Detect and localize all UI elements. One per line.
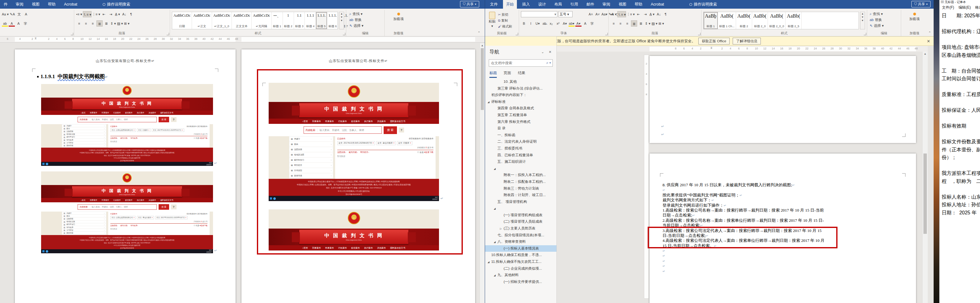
- sort-裁判日期↓[interactable]: 裁判日期↓: [121, 137, 128, 139]
- multilevel-list-icon[interactable]: ⋮≡ ▾: [92, 11, 100, 17]
- nav-item[interactable]: 第五章 工程量清单: [485, 112, 557, 119]
- doc-line[interactable]: 8. 供应商 2017 年 10 月 15 日以来，未被裁判文书网载入行贿判决的…: [662, 182, 910, 187]
- doc-line[interactable]: ↵: [662, 259, 910, 263]
- show-marks-icon[interactable]: ¶: [662, 11, 669, 17]
- share-button[interactable]: ⛉ 共享 ▾: [912, 1, 931, 7]
- tab-件[interactable]: 件: [1, 0, 11, 9]
- tab-插入[interactable]: 插入: [519, 0, 533, 9]
- tab-邮件[interactable]: 邮件: [583, 0, 597, 9]
- styles-gallery-arrows[interactable]: ▲▼▼: [339, 12, 344, 29]
- style-标题 2_0_0[interactable]: AaBb(标题 2_0_0: [768, 12, 786, 29]
- site-nav-⌂首页[interactable]: ⌂首页: [302, 246, 308, 249]
- site-filter-法院层级[interactable]: ▤法院层级›: [62, 130, 107, 133]
- doc-line[interactable]: ↵: [662, 263, 910, 268]
- site-nav-执行案件[interactable]: 执行案件: [137, 199, 144, 202]
- expand-icon[interactable]: ▷: [500, 225, 504, 232]
- right-page-1[interactable]: ↵ ↵: [649, 56, 916, 143]
- asian-layout-icon[interactable]: A̲ ▾: [649, 11, 655, 17]
- remove-tag-icon[interactable]: ×: [186, 217, 186, 218]
- left-scroll-thumb[interactable]: [481, 48, 484, 110]
- style-↵无间隔[interactable]: AaBbCcDc↵无间隔: [251, 12, 271, 29]
- align-left-icon[interactable]: ≡: [76, 21, 82, 27]
- site-nav-赔偿案件[interactable]: 赔偿案件: [351, 246, 360, 249]
- filter-tag[interactable]: 全文: 单位行贿罪×: [137, 216, 154, 219]
- site-nav-执行案件[interactable]: 执行案件: [364, 246, 373, 249]
- site-filter-地域及法院[interactable]: ▤地域及法院›: [290, 152, 333, 157]
- site-filter-文书类型[interactable]: ▤文书类型›: [62, 229, 107, 232]
- tab-操作说明搜索[interactable]: 操作说明搜索: [686, 0, 720, 9]
- right-vertical-scrollbar[interactable]: ▲: [922, 52, 928, 303]
- doc-line[interactable]: ↵: [662, 253, 910, 258]
- site-nav-▦民族语言文书[interactable]: ▦民族语言文书: [161, 199, 173, 202]
- style-标题 1[interactable]: AaBḇ标题 1: [704, 12, 718, 29]
- site-filter-案例等级[interactable]: ▤案例等级›: [62, 232, 107, 235]
- nav-item[interactable]: 七、拟分包项目情况表(本项...: [485, 232, 557, 239]
- highlight-icon[interactable]: ab▾: [568, 21, 575, 27]
- right-horizontal-ruler[interactable]: 8642246810121416182022242628303234363840…: [557, 46, 928, 52]
- site-nav-民事案件[interactable]: 民事案件: [325, 120, 334, 123]
- nav-item[interactable]: 三、授权委托书: [485, 145, 557, 152]
- shading-icon[interactable]: ▨ ▾: [117, 21, 123, 27]
- tab-审阅[interactable]: 审阅: [13, 0, 27, 9]
- filter-tag[interactable]: 全文: 行贿罪×: [137, 128, 151, 132]
- close-warning-icon[interactable]: ✕: [927, 39, 930, 44]
- style-↵正文_1_0[interactable]: AaBbCcDc↵正文_1_0: [212, 12, 232, 29]
- style-标题 2[interactable]: 1标题 2: [283, 12, 294, 29]
- batch-download-link[interactable]: ♥批量下载: [200, 137, 207, 139]
- justify-icon[interactable]: ≣: [631, 21, 637, 27]
- expand-icon[interactable]: ◢: [487, 99, 491, 105]
- right-scroll-thumb[interactable]: [923, 154, 927, 234]
- nav-item[interactable]: 初步评审的内容如下：: [485, 92, 557, 98]
- nav-item[interactable]: (一) 投标人基本情况表: [485, 245, 557, 252]
- site-nav-赔偿案件[interactable]: 赔偿案件: [351, 120, 360, 123]
- style-标题 4[interactable]: 1.1.1标题 4: [305, 12, 316, 29]
- site-help-button[interactable]: ?: [171, 117, 177, 122]
- highlight-color-icon[interactable]: ab: [2, 21, 8, 27]
- tab-文件[interactable]: 文件: [487, 0, 501, 9]
- browser-icon[interactable]: [46, 163, 48, 165]
- notepad-text-area[interactable]: 日 期: 2025年 招标代理机构：辽宁 项目地点: 盘锦市卷 区泰山路卷烟物流…: [940, 11, 980, 303]
- nav-tab-结果[interactable]: 结果: [518, 70, 525, 77]
- save-clear-links[interactable]: 保存检索条件 清空检索条件: [186, 125, 207, 128]
- clear-formatting-icon[interactable]: ✎A: [9, 11, 16, 17]
- tab-视图[interactable]: 视图: [29, 0, 43, 9]
- site-search-box[interactable]: 高级检索·输入案由、关键词、法院、当事人、律师: [304, 126, 382, 134]
- nav-item[interactable]: 附表四：计划开、竣工日...: [485, 192, 557, 198]
- font-color-icon[interactable]: A: [9, 21, 15, 27]
- left-page-1[interactable]: 山东弘信安装有限公司-投标文件↵ 1.1.9.1 中国裁判文书网截图↵ ✶中 国…: [15, 49, 235, 303]
- doc-line[interactable]: ↵: [662, 248, 910, 253]
- addins-button[interactable]: 加载项: [385, 11, 412, 21]
- tab-帮助[interactable]: 帮助: [45, 0, 59, 9]
- site-search-box[interactable]: 高级检索·输入案由、关键词、法院、当事人、律师: [78, 117, 157, 122]
- filter-tag[interactable]: 全文: 行贿罪×: [397, 141, 412, 145]
- notepad-menu-格式(O)[interactable]: 格式(O): [975, 5, 980, 11]
- font-dialog-launcher[interactable]: [71, 33, 73, 35]
- nav-item[interactable]: 附表一：拟投入本工程的...: [485, 172, 557, 179]
- doc-line[interactable]: 1.高级检索：搜索公司名称→案由：搜索行贿罪→裁判日期：搜索 2017 年 10…: [662, 208, 910, 213]
- nav-item[interactable]: ◢评标标准: [485, 98, 557, 105]
- site-filter-关键字[interactable]: ▤关键字›: [290, 136, 333, 142]
- site-filter-案由[interactable]: ▤案由›: [62, 127, 107, 130]
- remove-tag-icon[interactable]: ×: [410, 142, 411, 144]
- site-nav-执行案件[interactable]: 执行案件: [137, 111, 144, 114]
- advanced-search-link[interactable]: 高级检索·: [78, 206, 90, 208]
- site-filter-审判程序[interactable]: ▤审判程序›: [290, 163, 333, 168]
- expand-icon[interactable]: ◢: [494, 165, 498, 172]
- filter-tag[interactable]: 全文: 山东弘信安装有限公司×: [110, 216, 136, 219]
- nav-dropdown-icon[interactable]: ⌄: [541, 50, 544, 54]
- tab-视图[interactable]: 视图: [616, 0, 629, 9]
- sort-icon[interactable]: A↓: [656, 11, 662, 17]
- remove-tag-icon[interactable]: ×: [134, 217, 134, 218]
- site-nav-其他案件[interactable]: 其他案件: [377, 120, 386, 123]
- indent-marker[interactable]: ⧖: [710, 46, 712, 50]
- site-nav-执行案件[interactable]: 执行案件: [364, 120, 373, 123]
- site-nav-民事案件[interactable]: 民事案件: [102, 111, 109, 114]
- nav-item[interactable]: 目 录: [485, 125, 557, 132]
- save-clear-links[interactable]: 保存检索条件 清空检索条件: [186, 213, 207, 215]
- site-search-button[interactable]: 搜 索: [159, 204, 169, 210]
- nav-item[interactable]: 五、施工组织设计: [485, 159, 557, 165]
- vertical-ruler[interactable]: 2468: [644, 55, 649, 299]
- site-nav-行政案件[interactable]: 行政案件: [113, 199, 121, 202]
- decrease-indent-icon[interactable]: ⇤: [101, 11, 107, 17]
- site-filter-法院层级[interactable]: ▤法院层级›: [62, 217, 107, 220]
